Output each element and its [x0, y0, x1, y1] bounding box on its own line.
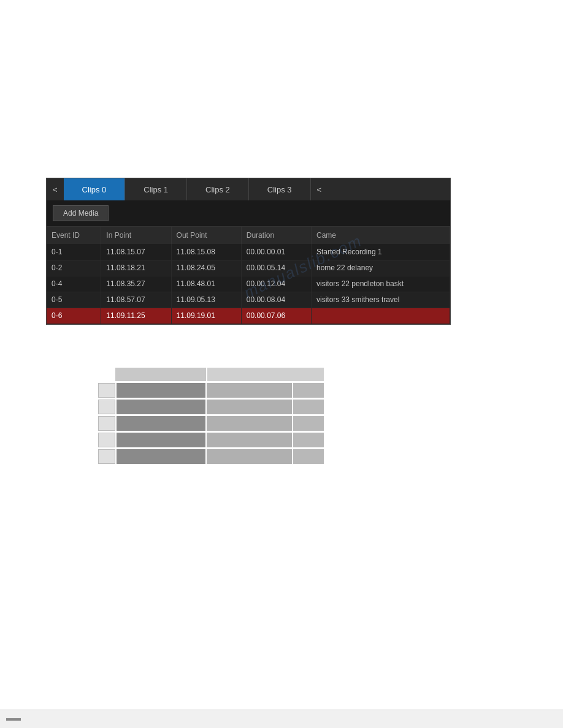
diagram-header-right	[207, 368, 324, 381]
diagram-cell-mid-2	[207, 400, 292, 414]
cell-event-id: 0-1	[47, 244, 101, 260]
cell-camera: visitors 22 pendleton baskt	[311, 276, 450, 292]
diagram-cell-mid-3	[207, 416, 292, 431]
col-out-point: Out Point	[171, 227, 241, 244]
add-media-button[interactable]: Add Media	[53, 205, 109, 221]
bottom-bar	[0, 710, 563, 728]
col-in-point: In Point	[101, 227, 171, 244]
cell-in-point: 11.08.35.27	[101, 276, 171, 292]
cell-event-id: 0-6	[47, 308, 101, 324]
cell-in-point: 11.08.18.21	[101, 260, 171, 276]
diagram-cell-mid-1	[207, 383, 292, 398]
diagram-cell-small-3	[293, 416, 324, 431]
diagram-row-1	[98, 383, 325, 398]
col-event-id: Event ID	[47, 227, 101, 244]
cell-camera: home 22 delaney	[311, 260, 450, 276]
diagram-header-wide	[115, 368, 206, 381]
diagram-row-4	[98, 433, 325, 447]
diagram-row-5	[98, 449, 325, 464]
cell-duration: 00.00.07.06	[241, 308, 311, 324]
diagram-cell-wide-2	[117, 400, 205, 414]
diagram-label-3	[98, 416, 115, 431]
tab-clips2[interactable]: Clips 2	[187, 178, 249, 200]
cell-camera: Started Recording 1	[311, 244, 450, 260]
cell-event-id: 0-5	[47, 292, 101, 308]
tab-clips1[interactable]: Clips 1	[125, 178, 187, 200]
cell-camera	[311, 308, 450, 324]
cell-duration: 00.00.00.01	[241, 244, 311, 260]
diagram-label-4	[98, 433, 115, 447]
cell-out-point: 11.08.15.08	[171, 244, 241, 260]
cell-duration: 00.00.12.04	[241, 276, 311, 292]
tab-more-button[interactable]: <	[311, 178, 328, 200]
cell-out-point: 11.08.48.01	[171, 276, 241, 292]
diagram-label-5	[98, 449, 115, 464]
cell-duration: 00.00.05.14	[241, 260, 311, 276]
col-camera: Came	[311, 227, 450, 244]
cell-duration: 00.00.08.04	[241, 292, 311, 308]
diagram-cell-wide-5	[117, 449, 205, 464]
cell-in-point: 11.09.11.25	[101, 308, 171, 324]
tab-clips0[interactable]: Clips 0	[64, 178, 126, 200]
diagram-row-2	[98, 400, 325, 414]
tab-back-button[interactable]: <	[47, 178, 64, 200]
table-row[interactable]: 0-1 11.08.15.07 11.08.15.08 00.00.00.01 …	[47, 244, 450, 260]
diagram-cell-small-1	[293, 383, 324, 398]
diagram-container	[98, 368, 325, 466]
table-row[interactable]: 0-2 11.08.18.21 11.08.24.05 00.00.05.14 …	[47, 260, 450, 276]
add-media-row: Add Media	[47, 200, 450, 227]
diagram-cell-mid-5	[207, 449, 292, 464]
clips-panel: < Clips 0 Clips 1 Clips 2 Clips 3 < Add …	[46, 178, 451, 325]
diagram-cell-wide-4	[117, 433, 205, 447]
clips-table: Event ID In Point Out Point Duration Cam…	[47, 227, 450, 324]
cell-out-point: 11.09.19.01	[171, 308, 241, 324]
tabs-row: < Clips 0 Clips 1 Clips 2 Clips 3 <	[47, 178, 450, 200]
cell-event-id: 0-4	[47, 276, 101, 292]
table-row-selected[interactable]: 0-6 11.09.11.25 11.09.19.01 00.00.07.06	[47, 308, 450, 324]
diagram-cell-wide-3	[117, 416, 205, 431]
diagram-label-2	[98, 400, 115, 414]
tab-clips3[interactable]: Clips 3	[249, 178, 311, 200]
cell-event-id: 0-2	[47, 260, 101, 276]
col-duration: Duration	[241, 227, 311, 244]
diagram-cell-wide-1	[117, 383, 205, 398]
cell-in-point: 11.08.57.07	[101, 292, 171, 308]
table-header-row: Event ID In Point Out Point Duration Cam…	[47, 227, 450, 244]
cell-in-point: 11.08.15.07	[101, 244, 171, 260]
cell-out-point: 11.09.05.13	[171, 292, 241, 308]
diagram-cell-small-2	[293, 400, 324, 414]
cell-camera: visitors 33 smithers travel	[311, 292, 450, 308]
bottom-badge	[6, 718, 21, 721]
table-row[interactable]: 0-5 11.08.57.07 11.09.05.13 00.00.08.04 …	[47, 292, 450, 308]
diagram-row-3	[98, 416, 325, 431]
cell-out-point: 11.08.24.05	[171, 260, 241, 276]
table-row[interactable]: 0-4 11.08.35.27 11.08.48.01 00.00.12.04 …	[47, 276, 450, 292]
diagram-cell-mid-4	[207, 433, 292, 447]
diagram-cell-small-5	[293, 449, 324, 464]
diagram-label-1	[98, 383, 115, 398]
diagram-cell-small-4	[293, 433, 324, 447]
